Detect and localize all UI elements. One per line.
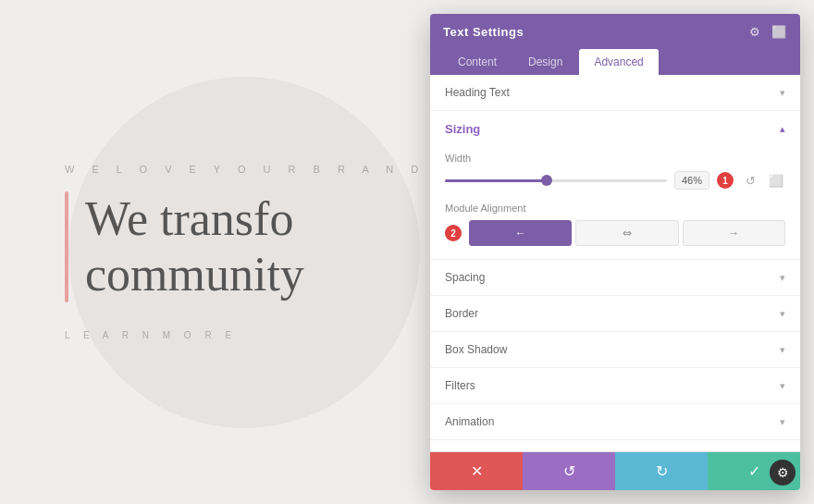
cancel-button[interactable]: ✕ bbox=[430, 452, 523, 490]
border-chevron: ▾ bbox=[780, 308, 785, 320]
redo-button[interactable]: ↻ bbox=[615, 452, 708, 490]
sizing-content: Width 46% 1 ↺ ⬜ Module Alignment 2 bbox=[430, 147, 800, 259]
width-label: Width bbox=[445, 153, 785, 164]
we-love-text: W E L O V E Y O U R B R A N D bbox=[65, 164, 426, 175]
width-row: 46% 1 ↺ ⬜ bbox=[445, 171, 785, 190]
settings-icon[interactable]: ⚙ bbox=[746, 23, 763, 40]
heading-text-section[interactable]: Heading Text ▾ bbox=[430, 75, 800, 111]
filters-section[interactable]: Filters ▾ bbox=[430, 368, 800, 404]
learn-more-text: L E A R N M O R E bbox=[65, 330, 237, 340]
animation-label: Animation bbox=[445, 415, 494, 428]
alignment-label: Module Alignment bbox=[445, 203, 785, 214]
align-buttons: ← ⇔ → bbox=[469, 220, 785, 246]
animation-section[interactable]: Animation ▾ bbox=[430, 404, 800, 440]
panel-footer: ✕ ↺ ↻ ✓ bbox=[430, 451, 800, 490]
box-shadow-label: Box Shadow bbox=[445, 343, 507, 356]
slider-thumb[interactable] bbox=[541, 175, 552, 186]
filters-chevron: ▾ bbox=[780, 380, 785, 392]
panel-header: Text Settings ⚙ ⬜ bbox=[430, 14, 800, 49]
panel-body: Heading Text ▾ Sizing ▴ Width 46% 1 ↺ bbox=[430, 75, 800, 451]
reset-button[interactable]: ↺ bbox=[523, 452, 615, 490]
badge-1[interactable]: 1 bbox=[717, 172, 734, 189]
animation-chevron: ▾ bbox=[780, 416, 785, 428]
align-center-btn[interactable]: ⇔ bbox=[575, 220, 678, 246]
collapse-icon[interactable]: ⬜ bbox=[771, 23, 787, 40]
sizing-title: Sizing bbox=[445, 122, 480, 136]
panel-header-icons: ⚙ ⬜ bbox=[746, 23, 787, 40]
corner-settings-icon[interactable]: ⚙ bbox=[770, 460, 796, 486]
spacing-section[interactable]: Spacing ▾ bbox=[430, 260, 800, 296]
spacing-chevron: ▾ bbox=[780, 272, 785, 284]
alignment-row: 2 ← ⇔ → bbox=[445, 220, 785, 246]
badge-2[interactable]: 2 bbox=[445, 225, 462, 241]
headline-text: We transfo community bbox=[85, 191, 304, 302]
tab-design[interactable]: Design bbox=[513, 49, 577, 75]
border-label: Border bbox=[445, 307, 478, 320]
align-left-btn[interactable]: ← bbox=[469, 220, 572, 246]
box-shadow-section[interactable]: Box Shadow ▾ bbox=[430, 332, 800, 368]
tab-advanced[interactable]: Advanced bbox=[579, 49, 658, 75]
align-right-btn[interactable]: → bbox=[683, 220, 785, 246]
width-value[interactable]: 46% bbox=[674, 171, 709, 190]
panel-title: Text Settings bbox=[443, 25, 524, 39]
heading-text-label: Heading Text bbox=[445, 86, 510, 99]
sizing-section: Sizing ▴ Width 46% 1 ↺ ⬜ Module Align bbox=[430, 111, 800, 260]
slider-fill bbox=[445, 179, 547, 182]
heading-text-chevron: ▾ bbox=[780, 87, 785, 99]
pink-bar bbox=[65, 191, 68, 302]
panel-tabs: Content Design Advanced bbox=[430, 49, 800, 75]
width-slider[interactable] bbox=[445, 179, 667, 182]
box-shadow-chevron: ▾ bbox=[780, 344, 785, 356]
responsive-icon[interactable]: ⬜ bbox=[767, 171, 785, 190]
tab-content[interactable]: Content bbox=[443, 49, 512, 75]
sizing-chevron: ▴ bbox=[780, 123, 785, 135]
text-settings-panel: Text Settings ⚙ ⬜ Content Design Advance… bbox=[430, 14, 800, 490]
reset-width-icon[interactable]: ↺ bbox=[741, 171, 759, 190]
spacing-label: Spacing bbox=[445, 271, 485, 284]
headline-block: We transfo community bbox=[65, 191, 304, 302]
filters-label: Filters bbox=[445, 379, 475, 392]
sizing-header[interactable]: Sizing ▴ bbox=[430, 111, 800, 147]
border-section[interactable]: Border ▾ bbox=[430, 296, 800, 332]
